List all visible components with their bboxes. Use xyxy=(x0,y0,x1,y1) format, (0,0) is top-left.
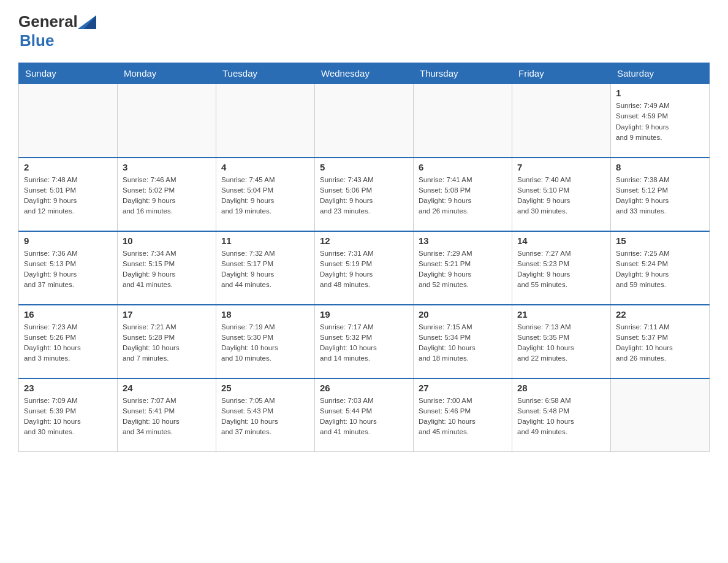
day-info: Sunrise: 7:41 AM Sunset: 5:08 PM Dayligh… xyxy=(419,175,507,217)
calendar-day-cell: 24Sunrise: 7:07 AM Sunset: 5:41 PM Dayli… xyxy=(118,378,216,452)
calendar-day-cell: 27Sunrise: 7:00 AM Sunset: 5:46 PM Dayli… xyxy=(414,378,512,452)
calendar-day-cell xyxy=(216,84,315,158)
day-info: Sunrise: 7:25 AM Sunset: 5:24 PM Dayligh… xyxy=(616,248,704,291)
day-number: 2 xyxy=(24,162,112,172)
header-sunday: Sunday xyxy=(19,63,118,84)
day-number: 12 xyxy=(320,236,408,246)
calendar-day-cell: 19Sunrise: 7:17 AM Sunset: 5:32 PM Dayli… xyxy=(315,305,414,378)
day-info: Sunrise: 7:07 AM Sunset: 5:41 PM Dayligh… xyxy=(123,396,211,438)
day-info: Sunrise: 7:43 AM Sunset: 5:06 PM Dayligh… xyxy=(320,175,408,217)
header-wednesday: Wednesday xyxy=(315,63,414,84)
day-number: 10 xyxy=(123,236,211,246)
day-number: 5 xyxy=(320,162,408,172)
day-info: Sunrise: 7:21 AM Sunset: 5:28 PM Dayligh… xyxy=(123,322,211,364)
day-number: 8 xyxy=(616,162,704,172)
day-number: 24 xyxy=(123,383,211,393)
calendar-day-cell: 6Sunrise: 7:41 AM Sunset: 5:08 PM Daylig… xyxy=(414,158,512,231)
day-info: Sunrise: 6:58 AM Sunset: 5:48 PM Dayligh… xyxy=(517,396,605,438)
day-number: 20 xyxy=(419,309,507,320)
calendar-day-cell xyxy=(611,378,710,452)
day-info: Sunrise: 7:34 AM Sunset: 5:15 PM Dayligh… xyxy=(123,248,211,291)
day-number: 14 xyxy=(517,236,605,246)
week-row-3: 9Sunrise: 7:36 AM Sunset: 5:13 PM Daylig… xyxy=(19,231,710,305)
day-info: Sunrise: 7:45 AM Sunset: 5:04 PM Dayligh… xyxy=(221,175,309,217)
calendar-day-cell: 28Sunrise: 6:58 AM Sunset: 5:48 PM Dayli… xyxy=(512,378,611,452)
day-info: Sunrise: 7:13 AM Sunset: 5:35 PM Dayligh… xyxy=(517,322,605,364)
calendar-day-cell: 23Sunrise: 7:09 AM Sunset: 5:39 PM Dayli… xyxy=(19,378,118,452)
day-number: 18 xyxy=(221,309,309,320)
calendar-day-cell: 25Sunrise: 7:05 AM Sunset: 5:43 PM Dayli… xyxy=(216,378,315,452)
calendar-day-cell: 5Sunrise: 7:43 AM Sunset: 5:06 PM Daylig… xyxy=(315,158,414,231)
day-info: Sunrise: 7:09 AM Sunset: 5:39 PM Dayligh… xyxy=(24,396,112,438)
day-info: Sunrise: 7:49 AM Sunset: 4:59 PM Dayligh… xyxy=(616,101,704,143)
calendar-day-cell: 18Sunrise: 7:19 AM Sunset: 5:30 PM Dayli… xyxy=(216,305,315,378)
calendar-day-cell: 2Sunrise: 7:48 AM Sunset: 5:01 PM Daylig… xyxy=(19,158,118,231)
week-row-2: 2Sunrise: 7:48 AM Sunset: 5:01 PM Daylig… xyxy=(19,158,710,231)
day-info: Sunrise: 7:05 AM Sunset: 5:43 PM Dayligh… xyxy=(221,396,309,438)
week-row-1: 1Sunrise: 7:49 AM Sunset: 4:59 PM Daylig… xyxy=(19,84,710,158)
calendar-day-cell: 15Sunrise: 7:25 AM Sunset: 5:24 PM Dayli… xyxy=(611,231,710,305)
calendar-day-cell: 12Sunrise: 7:31 AM Sunset: 5:19 PM Dayli… xyxy=(315,231,414,305)
calendar-day-cell: 7Sunrise: 7:40 AM Sunset: 5:10 PM Daylig… xyxy=(512,158,611,231)
calendar-day-cell: 20Sunrise: 7:15 AM Sunset: 5:34 PM Dayli… xyxy=(414,305,512,378)
header-thursday: Thursday xyxy=(414,63,512,84)
calendar-day-cell xyxy=(19,84,118,158)
calendar-day-cell: 13Sunrise: 7:29 AM Sunset: 5:21 PM Dayli… xyxy=(414,231,512,305)
day-info: Sunrise: 7:23 AM Sunset: 5:26 PM Dayligh… xyxy=(24,322,112,364)
day-number: 16 xyxy=(24,309,112,320)
calendar-day-cell xyxy=(315,84,414,158)
day-info: Sunrise: 7:46 AM Sunset: 5:02 PM Dayligh… xyxy=(123,175,211,217)
calendar-table: SundayMondayTuesdayWednesdayThursdayFrid… xyxy=(18,63,710,452)
week-row-5: 23Sunrise: 7:09 AM Sunset: 5:39 PM Dayli… xyxy=(19,378,710,452)
day-info: Sunrise: 7:38 AM Sunset: 5:12 PM Dayligh… xyxy=(616,175,704,217)
calendar-day-cell: 4Sunrise: 7:45 AM Sunset: 5:04 PM Daylig… xyxy=(216,158,315,231)
day-info: Sunrise: 7:17 AM Sunset: 5:32 PM Dayligh… xyxy=(320,322,408,364)
day-number: 4 xyxy=(221,162,309,172)
svg-marker-1 xyxy=(84,15,96,29)
calendar-day-cell: 22Sunrise: 7:11 AM Sunset: 5:37 PM Dayli… xyxy=(611,305,710,378)
page-header: General Blue xyxy=(18,12,710,50)
calendar-header-row: SundayMondayTuesdayWednesdayThursdayFrid… xyxy=(19,63,710,84)
calendar-day-cell: 21Sunrise: 7:13 AM Sunset: 5:35 PM Dayli… xyxy=(512,305,611,378)
day-number: 17 xyxy=(123,309,211,320)
calendar-day-cell: 1Sunrise: 7:49 AM Sunset: 4:59 PM Daylig… xyxy=(611,84,710,158)
day-number: 11 xyxy=(221,236,309,246)
logo-line2: Blue xyxy=(18,31,54,50)
calendar-day-cell xyxy=(512,84,611,158)
day-number: 15 xyxy=(616,236,704,246)
logo: General Blue xyxy=(18,12,96,50)
day-number: 23 xyxy=(24,383,112,393)
day-info: Sunrise: 7:40 AM Sunset: 5:10 PM Dayligh… xyxy=(517,175,605,217)
header-monday: Monday xyxy=(118,63,216,84)
day-number: 9 xyxy=(24,236,112,246)
calendar-day-cell: 17Sunrise: 7:21 AM Sunset: 5:28 PM Dayli… xyxy=(118,305,216,378)
day-info: Sunrise: 7:03 AM Sunset: 5:44 PM Dayligh… xyxy=(320,396,408,438)
logo-text-blue: Blue xyxy=(20,31,54,50)
day-info: Sunrise: 7:48 AM Sunset: 5:01 PM Dayligh… xyxy=(24,175,112,217)
calendar-day-cell: 11Sunrise: 7:32 AM Sunset: 5:17 PM Dayli… xyxy=(216,231,315,305)
logo-triangle-icon xyxy=(78,15,96,29)
calendar-day-cell: 16Sunrise: 7:23 AM Sunset: 5:26 PM Dayli… xyxy=(19,305,118,378)
day-number: 3 xyxy=(123,162,211,172)
day-info: Sunrise: 7:36 AM Sunset: 5:13 PM Dayligh… xyxy=(24,248,112,291)
day-info: Sunrise: 7:31 AM Sunset: 5:19 PM Dayligh… xyxy=(320,248,408,291)
day-info: Sunrise: 7:15 AM Sunset: 5:34 PM Dayligh… xyxy=(419,322,507,364)
day-info: Sunrise: 7:19 AM Sunset: 5:30 PM Dayligh… xyxy=(221,322,309,364)
day-number: 1 xyxy=(616,88,704,98)
calendar-day-cell: 8Sunrise: 7:38 AM Sunset: 5:12 PM Daylig… xyxy=(611,158,710,231)
day-number: 22 xyxy=(616,309,704,320)
logo-text-general: General xyxy=(18,12,78,31)
calendar-day-cell: 3Sunrise: 7:46 AM Sunset: 5:02 PM Daylig… xyxy=(118,158,216,231)
day-info: Sunrise: 7:27 AM Sunset: 5:23 PM Dayligh… xyxy=(517,248,605,291)
day-number: 19 xyxy=(320,309,408,320)
calendar-day-cell xyxy=(118,84,216,158)
day-number: 13 xyxy=(419,236,507,246)
calendar-day-cell: 14Sunrise: 7:27 AM Sunset: 5:23 PM Dayli… xyxy=(512,231,611,305)
header-friday: Friday xyxy=(512,63,611,84)
day-number: 21 xyxy=(517,309,605,320)
calendar-day-cell: 9Sunrise: 7:36 AM Sunset: 5:13 PM Daylig… xyxy=(19,231,118,305)
day-number: 7 xyxy=(517,162,605,172)
calendar-day-cell: 26Sunrise: 7:03 AM Sunset: 5:44 PM Dayli… xyxy=(315,378,414,452)
day-number: 28 xyxy=(517,383,605,393)
header-saturday: Saturday xyxy=(611,63,710,84)
